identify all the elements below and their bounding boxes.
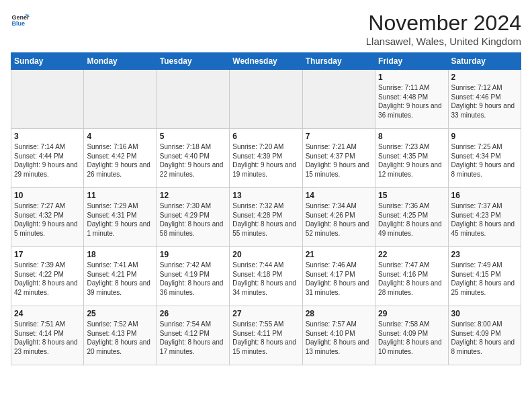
calendar-cell: 29Sunrise: 7:58 AM Sunset: 4:09 PM Dayli… — [375, 306, 448, 365]
page-subtitle: Llansawel, Wales, United Kingdom — [366, 36, 521, 47]
calendar-cell: 14Sunrise: 7:34 AM Sunset: 4:26 PM Dayli… — [302, 188, 375, 247]
day-number: 10 — [14, 191, 81, 200]
day-number: 3 — [14, 132, 81, 141]
day-detail: Sunrise: 7:52 AM Sunset: 4:13 PM Dayligh… — [87, 320, 153, 356]
day-number: 11 — [87, 191, 153, 200]
calendar-cell: 19Sunrise: 7:42 AM Sunset: 4:19 PM Dayli… — [157, 247, 229, 306]
day-number: 7 — [306, 132, 372, 141]
calendar-cell: 10Sunrise: 7:27 AM Sunset: 4:32 PM Dayli… — [11, 188, 84, 247]
calendar-cell: 20Sunrise: 7:44 AM Sunset: 4:18 PM Dayli… — [230, 247, 302, 306]
day-detail: Sunrise: 7:34 AM Sunset: 4:26 PM Dayligh… — [306, 201, 372, 238]
calendar-cell: 27Sunrise: 7:55 AM Sunset: 4:11 PM Dayli… — [230, 306, 302, 365]
calendar-week-2: 3Sunrise: 7:14 AM Sunset: 4:44 PM Daylig… — [11, 129, 521, 188]
calendar-cell — [84, 70, 157, 129]
day-detail: Sunrise: 7:36 AM Sunset: 4:25 PM Dayligh… — [378, 201, 445, 238]
calendar-week-1: 1Sunrise: 7:11 AM Sunset: 4:48 PM Daylig… — [11, 70, 521, 129]
calendar-cell: 28Sunrise: 7:57 AM Sunset: 4:10 PM Dayli… — [302, 306, 375, 365]
day-number: 26 — [160, 309, 226, 318]
calendar-week-4: 17Sunrise: 7:39 AM Sunset: 4:22 PM Dayli… — [11, 247, 521, 306]
day-number: 16 — [451, 191, 518, 200]
calendar-cell: 2Sunrise: 7:12 AM Sunset: 4:46 PM Daylig… — [448, 70, 521, 129]
calendar-cell: 22Sunrise: 7:47 AM Sunset: 4:16 PM Dayli… — [375, 247, 448, 306]
day-detail: Sunrise: 7:16 AM Sunset: 4:42 PM Dayligh… — [87, 142, 153, 179]
day-number: 27 — [232, 309, 299, 318]
logo-icon: General Blue — [11, 11, 30, 30]
day-detail: Sunrise: 7:39 AM Sunset: 4:22 PM Dayligh… — [14, 261, 81, 297]
calendar-cell: 12Sunrise: 7:30 AM Sunset: 4:29 PM Dayli… — [157, 188, 229, 247]
day-detail: Sunrise: 7:46 AM Sunset: 4:17 PM Dayligh… — [306, 261, 372, 297]
calendar-cell: 13Sunrise: 7:32 AM Sunset: 4:28 PM Dayli… — [230, 188, 302, 247]
calendar-cell: 25Sunrise: 7:52 AM Sunset: 4:13 PM Dayli… — [84, 306, 157, 365]
day-number: 13 — [232, 191, 299, 200]
day-number: 12 — [160, 191, 226, 200]
day-detail: Sunrise: 7:55 AM Sunset: 4:11 PM Dayligh… — [232, 320, 299, 356]
calendar-cell: 1Sunrise: 7:11 AM Sunset: 4:48 PM Daylig… — [375, 70, 448, 129]
calendar-cell — [11, 70, 84, 129]
day-detail: Sunrise: 7:27 AM Sunset: 4:32 PM Dayligh… — [14, 201, 81, 238]
day-number: 4 — [87, 132, 153, 141]
header-friday: Friday — [375, 53, 448, 70]
calendar-cell: 24Sunrise: 7:51 AM Sunset: 4:14 PM Dayli… — [11, 306, 84, 365]
day-detail: Sunrise: 7:54 AM Sunset: 4:12 PM Dayligh… — [160, 320, 226, 356]
day-number: 19 — [160, 250, 226, 259]
calendar-cell: 6Sunrise: 7:20 AM Sunset: 4:39 PM Daylig… — [230, 129, 302, 188]
day-detail: Sunrise: 7:25 AM Sunset: 4:34 PM Dayligh… — [451, 142, 518, 179]
day-number: 28 — [306, 309, 372, 318]
day-detail: Sunrise: 7:51 AM Sunset: 4:14 PM Dayligh… — [14, 320, 81, 356]
calendar-cell: 16Sunrise: 7:37 AM Sunset: 4:23 PM Dayli… — [448, 188, 521, 247]
day-detail: Sunrise: 7:14 AM Sunset: 4:44 PM Dayligh… — [14, 142, 81, 179]
calendar-cell: 26Sunrise: 7:54 AM Sunset: 4:12 PM Dayli… — [157, 306, 229, 365]
day-detail: Sunrise: 7:12 AM Sunset: 4:46 PM Dayligh… — [451, 83, 518, 120]
day-detail: Sunrise: 7:47 AM Sunset: 4:16 PM Dayligh… — [378, 261, 445, 297]
day-detail: Sunrise: 7:49 AM Sunset: 4:15 PM Dayligh… — [451, 261, 518, 297]
day-detail: Sunrise: 7:20 AM Sunset: 4:39 PM Dayligh… — [232, 142, 299, 179]
logo: General Blue — [11, 11, 30, 30]
day-number: 9 — [451, 132, 518, 141]
day-number: 5 — [160, 132, 226, 141]
calendar-cell: 23Sunrise: 7:49 AM Sunset: 4:15 PM Dayli… — [448, 247, 521, 306]
day-number: 14 — [306, 191, 372, 200]
day-number: 21 — [306, 250, 372, 259]
day-detail: Sunrise: 7:11 AM Sunset: 4:48 PM Dayligh… — [378, 83, 445, 120]
day-number: 6 — [232, 132, 299, 141]
day-detail: Sunrise: 7:37 AM Sunset: 4:23 PM Dayligh… — [451, 201, 518, 238]
day-number: 23 — [451, 250, 518, 259]
calendar-cell — [157, 70, 229, 129]
day-detail: Sunrise: 7:23 AM Sunset: 4:35 PM Dayligh… — [378, 142, 445, 179]
day-detail: Sunrise: 7:29 AM Sunset: 4:31 PM Dayligh… — [87, 201, 153, 238]
calendar-cell: 5Sunrise: 7:18 AM Sunset: 4:40 PM Daylig… — [157, 129, 229, 188]
day-detail: Sunrise: 7:41 AM Sunset: 4:21 PM Dayligh… — [87, 261, 153, 297]
calendar-cell — [302, 70, 375, 129]
calendar-cell: 8Sunrise: 7:23 AM Sunset: 4:35 PM Daylig… — [375, 129, 448, 188]
calendar-week-5: 24Sunrise: 7:51 AM Sunset: 4:14 PM Dayli… — [11, 306, 521, 365]
calendar-cell: 30Sunrise: 8:00 AM Sunset: 4:09 PM Dayli… — [448, 306, 521, 365]
calendar-cell: 11Sunrise: 7:29 AM Sunset: 4:31 PM Dayli… — [84, 188, 157, 247]
day-detail: Sunrise: 7:32 AM Sunset: 4:28 PM Dayligh… — [232, 201, 299, 238]
header-sunday: Sunday — [11, 53, 84, 70]
day-number: 15 — [378, 191, 445, 200]
day-number: 25 — [87, 309, 153, 318]
calendar-header-row: SundayMondayTuesdayWednesdayThursdayFrid… — [11, 53, 521, 70]
calendar-week-3: 10Sunrise: 7:27 AM Sunset: 4:32 PM Dayli… — [11, 188, 521, 247]
header-saturday: Saturday — [448, 53, 521, 70]
day-number: 30 — [451, 309, 518, 318]
day-number: 18 — [87, 250, 153, 259]
day-number: 8 — [378, 132, 445, 141]
svg-text:Blue: Blue — [11, 20, 25, 27]
day-number: 22 — [378, 250, 445, 259]
calendar-cell: 4Sunrise: 7:16 AM Sunset: 4:42 PM Daylig… — [84, 129, 157, 188]
day-detail: Sunrise: 7:21 AM Sunset: 4:37 PM Dayligh… — [306, 142, 372, 179]
calendar-cell: 21Sunrise: 7:46 AM Sunset: 4:17 PM Dayli… — [302, 247, 375, 306]
calendar-cell: 18Sunrise: 7:41 AM Sunset: 4:21 PM Dayli… — [84, 247, 157, 306]
day-number: 17 — [14, 250, 81, 259]
day-detail: Sunrise: 7:57 AM Sunset: 4:10 PM Dayligh… — [306, 320, 372, 356]
day-number: 24 — [14, 309, 81, 318]
day-number: 2 — [451, 73, 518, 82]
title-area: November 2024 Llansawel, Wales, United K… — [366, 11, 521, 47]
header-monday: Monday — [84, 53, 157, 70]
day-detail: Sunrise: 8:00 AM Sunset: 4:09 PM Dayligh… — [451, 320, 518, 356]
page-title: November 2024 — [366, 11, 521, 36]
calendar-cell: 17Sunrise: 7:39 AM Sunset: 4:22 PM Dayli… — [11, 247, 84, 306]
header-wednesday: Wednesday — [230, 53, 302, 70]
day-detail: Sunrise: 7:58 AM Sunset: 4:09 PM Dayligh… — [378, 320, 445, 356]
